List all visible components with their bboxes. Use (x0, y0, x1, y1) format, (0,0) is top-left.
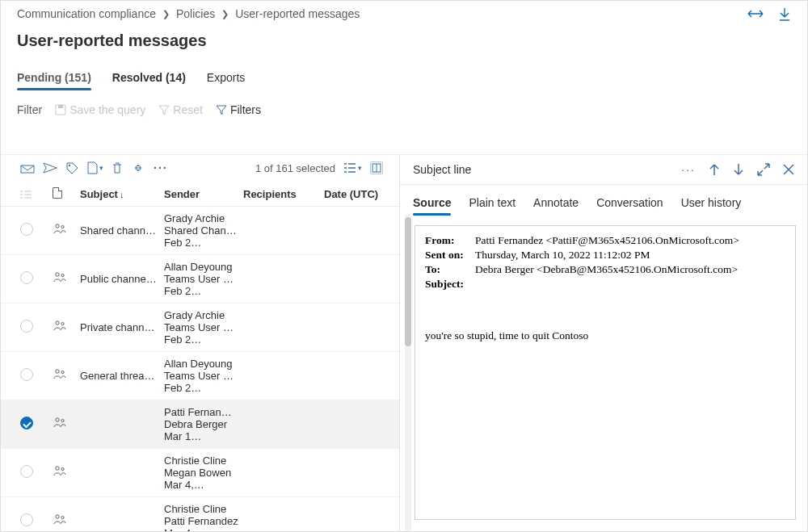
row-sender: Patti Fernandez Debra Berger Mar 10, 202 (164, 406, 243, 442)
row-date: Feb 24, 202 (164, 285, 211, 297)
table-row[interactable]: Public channel subj…Allan Deyoung Teams … (1, 255, 399, 304)
row-select[interactable] (20, 320, 53, 335)
svg-point-2 (69, 165, 70, 166)
row-select[interactable] (20, 417, 53, 432)
svg-point-6 (61, 225, 64, 228)
svg-point-11 (56, 370, 59, 373)
teams-icon (53, 222, 67, 237)
row-select[interactable] (20, 465, 53, 480)
from-label: From: (425, 234, 475, 247)
row-recipients: Teams User Reporti… (164, 321, 243, 333)
mark-read-icon[interactable] (20, 162, 35, 174)
expand-pane-icon[interactable] (757, 163, 770, 176)
row-type-icon (53, 513, 80, 530)
breadcrumb-l1[interactable]: Communication compliance (17, 7, 156, 20)
row-subject: Shared channel su… (80, 224, 164, 237)
filters-button[interactable]: Filters (216, 103, 261, 116)
message-rows: Shared channel su…Grady Archie Shared Ch… (1, 207, 399, 531)
date-column[interactable]: Date (UTC) (324, 188, 371, 200)
detail-header: Subject line ··· (400, 155, 807, 185)
detail-tab-history[interactable]: User history (681, 191, 742, 214)
download-icon[interactable] (778, 7, 791, 22)
tag-icon[interactable] (65, 161, 78, 174)
tab-pending[interactable]: Pending (151) (17, 66, 91, 89)
to-value: Debra Berger <DebraB@M365x452106.OnMicro… (475, 263, 738, 275)
close-icon[interactable] (783, 164, 794, 175)
expand-icon[interactable] (747, 7, 764, 22)
row-select[interactable] (20, 368, 53, 383)
chevron-down-icon: ▾ (358, 164, 362, 172)
row-sender: Grady Archie Teams User Reporti…Feb 24, … (164, 309, 243, 346)
breadcrumb: Communication compliance ❯ Policies ❯ Us… (17, 7, 791, 20)
row-type-icon (53, 367, 80, 384)
type-column[interactable] (53, 187, 80, 201)
row-recipients: Megan Bowen Mar 4, 2022 (164, 467, 243, 491)
detail-tab-annotate[interactable]: Annotate (533, 191, 579, 214)
teams-icon (53, 367, 67, 382)
tab-resolved[interactable]: Resolved (14) (112, 66, 186, 89)
recipients-column[interactable]: Recipients (243, 188, 324, 200)
subject-column[interactable]: Subject↓ (80, 188, 164, 200)
teams-icon (53, 270, 67, 285)
previous-item-icon[interactable] (709, 163, 720, 176)
row-sender: Christie Cline Patti Fernandez Mar 4, 20… (164, 503, 243, 531)
message-source: From:Patti Fernandez <PattiF@M365x452106… (415, 225, 796, 520)
policy-tabs: Pending (151) Resolved (14) Exports (17, 66, 791, 89)
table-row[interactable]: Private channel sub…Grady Archie Teams U… (1, 304, 399, 352)
group-by-icon[interactable]: ▾ (343, 162, 362, 174)
chevron-right-icon: ❯ (218, 9, 232, 19)
detail-tab-plain[interactable]: Plain text (469, 191, 516, 214)
row-date: Mar 4, 2022 (164, 527, 211, 531)
row-date: Mar 10, 202 (164, 430, 211, 442)
table-row[interactable]: Christie Cline Patti Fernandez Mar 4, 20… (1, 497, 399, 531)
teams-icon (53, 416, 67, 430)
delete-icon[interactable] (112, 161, 123, 174)
sender-column[interactable]: Sender (164, 188, 243, 200)
table-row[interactable]: General thread sub…Allan Deyoung Teams U… (1, 352, 399, 400)
row-type-icon (53, 222, 80, 239)
breadcrumb-l2[interactable]: Policies (176, 7, 215, 20)
detail-tabs: Source Plain text Annotate Conversation … (400, 185, 807, 214)
detail-scrollbar[interactable] (405, 214, 411, 531)
subject-label: Subject: (425, 278, 475, 291)
row-type-icon (53, 270, 80, 287)
svg-point-7 (56, 273, 59, 276)
row-date: Mar 4, 2022 (164, 479, 211, 491)
row-select[interactable] (20, 271, 53, 287)
save-query-button: Save the query (55, 103, 145, 116)
tab-exports[interactable]: Exports (207, 66, 245, 89)
selection-status: 1 of 161 selected (255, 162, 335, 174)
select-all-column[interactable] (20, 190, 53, 199)
row-date: Feb 24, 202 (164, 382, 211, 394)
table-row[interactable]: Patti Fernandez Debra Berger Mar 10, 202 (1, 400, 399, 449)
row-subject: Public channel subj… (80, 273, 164, 285)
svg-point-16 (61, 467, 64, 470)
message-body: you're so stupid, time to quit Contoso (425, 329, 785, 342)
save-icon (55, 104, 66, 115)
overflow-button[interactable]: ··· (154, 161, 168, 174)
row-sender: Christie Cline Megan Bowen Mar 4, 2022 (164, 455, 243, 491)
svg-point-8 (61, 274, 64, 276)
detail-tab-conversation[interactable]: Conversation (596, 191, 663, 214)
column-options-icon[interactable] (370, 161, 383, 174)
detail-subject-line: Subject line (413, 163, 471, 176)
sent-label: Sent on: (425, 249, 475, 262)
row-select[interactable] (20, 513, 53, 529)
row-subject: Private channel sub… (80, 321, 164, 333)
funnel-icon (216, 104, 227, 115)
send-icon[interactable] (43, 162, 57, 174)
link-icon[interactable] (131, 164, 145, 172)
new-doc-icon[interactable]: ▾ (86, 161, 103, 174)
svg-rect-1 (58, 105, 63, 108)
table-row[interactable]: Shared channel su…Grady Archie Shared Ch… (1, 207, 399, 255)
next-item-icon[interactable] (733, 163, 744, 176)
detail-tab-source[interactable]: Source (413, 191, 451, 214)
row-recipients: Teams User Reporti… (164, 273, 243, 285)
detail-overflow-button[interactable]: ··· (681, 163, 696, 176)
table-row[interactable]: Christie Cline Megan Bowen Mar 4, 2022 (1, 449, 399, 497)
svg-point-18 (61, 516, 64, 518)
row-select[interactable] (20, 223, 53, 238)
svg-point-12 (61, 371, 64, 373)
filter-button[interactable]: Filter (17, 103, 42, 116)
list-toolbar: ▾ ··· 1 of 161 selected ▾ (1, 155, 399, 182)
